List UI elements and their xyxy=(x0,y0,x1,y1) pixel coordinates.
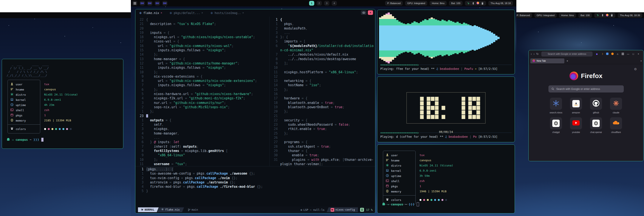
url-bar[interactable]: Search with Google or enter address xyxy=(541,52,592,57)
nixos-ascii-art: _ ___ ____ ____ / |/ (_)_ __/ __ \/ __/ … xyxy=(7,63,49,77)
firefox-newtab-page: ⚙ Firefox Search with Google or enter ad… xyxy=(529,64,643,161)
launcher-button[interactable] xyxy=(132,1,137,6)
shortcut-tile-youtube[interactable]: youtube xyxy=(570,117,582,133)
firefox-window: ‹ › ↻ Search with Google or enter addres… xyxy=(528,50,644,161)
eye-icon xyxy=(362,12,365,14)
extension-icon-darkreader[interactable]: ☽ xyxy=(600,53,604,55)
tab-new-tab[interactable]: New Tab xyxy=(530,58,564,63)
editor-tab[interactable]: flake.nix× xyxy=(136,9,166,17)
lsp-status: ⚙ LSP ~ null-ls xyxy=(300,208,324,211)
status-module: Home: 6ms xyxy=(559,13,576,18)
shortcut-tile-chat.openai[interactable]: chat.openai xyxy=(590,117,602,133)
term-icon xyxy=(386,179,389,183)
shell-prompt[interactable]: →canopus~))) xyxy=(7,138,44,142)
git-branch-icon xyxy=(188,208,190,211)
music-progress: =====================> xyxy=(380,130,512,135)
firefox-hero: Firefox xyxy=(529,64,643,80)
close-icon[interactable]: × xyxy=(242,12,244,15)
back-icon[interactable]: ‹ xyxy=(531,52,532,56)
editor-tab[interactable]: hosts/isoImag..× xyxy=(207,9,248,17)
digital-clock xyxy=(406,92,486,124)
tag-button[interactable]: $W xyxy=(162,1,168,6)
new-tab-button[interactable]: + xyxy=(566,59,568,63)
close-buffer-button[interactable]: × xyxy=(368,10,373,15)
forward-icon[interactable]: › xyxy=(534,52,535,56)
workspace-1[interactable]: 1 xyxy=(309,1,314,6)
chip-icon xyxy=(386,189,389,193)
bluetooth-icon xyxy=(472,2,474,5)
tag-button[interactable]: $W xyxy=(147,1,152,6)
shell-prompt[interactable]: →canopus~))) xyxy=(382,202,419,206)
shortcut-tile-search.nixos[interactable]: search.nixos xyxy=(550,98,562,114)
search-input[interactable]: Search with Google or enter address xyxy=(548,85,624,92)
bluetooth-icon xyxy=(601,14,604,17)
reload-icon[interactable]: ↻ xyxy=(536,52,539,56)
svg-text:a: a xyxy=(575,101,577,105)
tab-list-dropdown-icon[interactable]: ▾ xyxy=(640,60,642,62)
extension-icon-bitwarden[interactable] xyxy=(606,53,609,55)
github-tile-icon xyxy=(592,100,600,108)
extension-icon-purple[interactable]: ◆ xyxy=(595,53,598,55)
editor-statusbar: NORMAL flake.nix main ⚙ LSP ~ null-ls xyxy=(136,206,375,213)
openai-tile-icon xyxy=(592,120,600,127)
shortcut-tile-amazon[interactable]: aamazon xyxy=(570,98,582,114)
firefox-toolbar: ‹ › ↻ Search with Google or enter addres… xyxy=(529,50,643,58)
maximize-button[interactable]: □ xyxy=(632,53,635,55)
status-bar-main: $W$W$W$W 1234 P: BalancedGPU: Integrated… xyxy=(131,0,516,7)
shortcut-tile-github[interactable]: github xyxy=(590,98,602,114)
user-icon xyxy=(10,82,14,86)
code-pane-default-nix[interactable]: 1{pkgs, ...}: {1 tux-awesome-wm-config =… xyxy=(136,166,375,194)
shortcut-grid: search.nixosaamazongithubclaudechatgptyo… xyxy=(546,98,626,133)
terminal-window-fetch: userhnamedistrokerneluptimeshellpkgsmemo… xyxy=(377,144,515,213)
folder-icon xyxy=(330,208,334,212)
status-module: Home: 8ms xyxy=(430,1,446,6)
code-pane-flake[interactable]: 22{21 description = "tux's NixOS Flake";… xyxy=(136,17,269,166)
code-pane-iso[interactable]: 1{1 pkgs,2 modulesPath,3 ...4}: {5 impor… xyxy=(269,17,375,166)
git-branch: main xyxy=(185,207,201,212)
extension-icon-fox[interactable] xyxy=(611,53,614,55)
mode-segment: NORMAL xyxy=(138,207,159,212)
close-button[interactable]: × xyxy=(637,53,640,55)
minimize-button[interactable]: — xyxy=(626,53,630,55)
grid-icon xyxy=(134,2,136,5)
gear-icon[interactable]: ⚙ xyxy=(634,67,637,71)
shortcut-tile-claude[interactable]: claude xyxy=(610,98,622,114)
file-segment: flake.nix xyxy=(157,207,184,212)
firefox-tabstrip: New Tab + ▾ xyxy=(529,58,643,64)
chip-icon xyxy=(10,119,14,122)
terminal-cursor xyxy=(417,202,419,206)
menu-icon[interactable] xyxy=(622,53,624,55)
taglist: $W$W$W$W xyxy=(140,1,168,6)
magma-icon xyxy=(476,2,479,5)
pkg-icon xyxy=(10,113,14,117)
workspace-4[interactable]: 4 xyxy=(332,1,337,6)
close-icon[interactable]: × xyxy=(202,12,203,15)
firefox-wordmark: Firefox xyxy=(581,72,602,80)
search-icon xyxy=(552,88,554,90)
fetch-info: userhnamedistrokerneluptimeshellpkgsmemo… xyxy=(383,151,416,204)
status-modules: P: BalancedGPU: IntegratedHome: 6msBat: … xyxy=(514,13,592,18)
shortcut-tile-chatgpt[interactable]: chatgpt xyxy=(550,117,562,133)
workspace-2[interactable]: 2 xyxy=(316,1,322,6)
battery-icon xyxy=(481,2,484,5)
clock-module: Thu Aug 08, 18:39 xyxy=(618,13,642,18)
toggle-view-button[interactable] xyxy=(361,10,366,15)
status-modules: P: BalancedGPU: IntegratedHome: 8msBat: … xyxy=(385,1,462,6)
nix-icon xyxy=(386,164,389,167)
extension-icon-home[interactable]: ⌂ xyxy=(616,53,619,55)
editor-tab[interactable]: pkgs/default...× xyxy=(166,9,207,17)
close-icon[interactable]: × xyxy=(160,12,162,15)
status-module: GPU: Integrated xyxy=(534,13,556,18)
terminal-cursor xyxy=(41,138,44,142)
nix-icon xyxy=(10,93,14,97)
workspace-3[interactable]: 3 xyxy=(324,1,329,6)
project-segment: nixos-config xyxy=(327,207,358,212)
plant-icon xyxy=(596,14,599,17)
shortcut-tile-cloudflare[interactable]: cloudflare xyxy=(610,117,622,133)
workspace-switcher: 1234 xyxy=(309,1,337,6)
list-icon xyxy=(386,158,389,162)
tag-button[interactable]: $W xyxy=(155,1,160,6)
neovim-window: flake.nix×pkgs/default...×hosts/isoImag.… xyxy=(135,9,376,213)
magma-icon xyxy=(606,14,608,17)
tag-button[interactable]: $W xyxy=(140,1,145,6)
